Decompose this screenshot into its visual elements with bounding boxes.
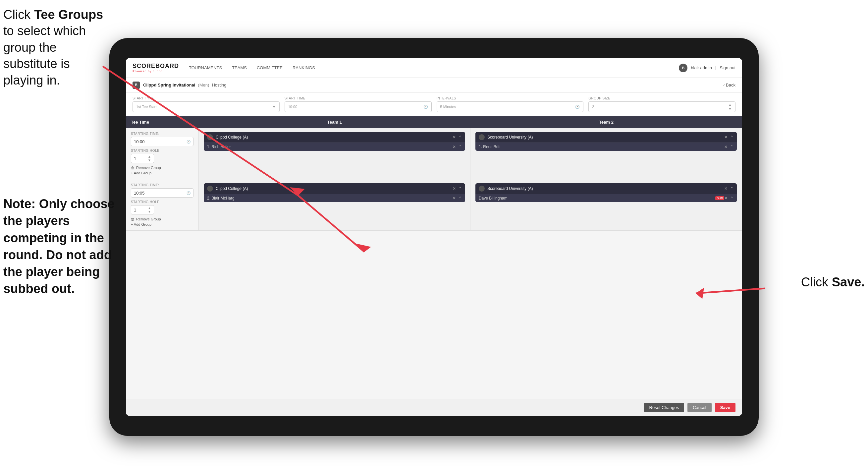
annotation-save-bold: Save. bbox=[832, 275, 865, 289]
team-icon-4 bbox=[479, 185, 485, 192]
starting-hole-input-1[interactable]: 1 ▲▼ bbox=[131, 154, 154, 163]
team-card-actions: ✕ ⌃ bbox=[453, 135, 462, 140]
close-icon[interactable]: ✕ bbox=[453, 135, 456, 140]
player-expand-icon-4[interactable]: ⌃ bbox=[730, 196, 734, 201]
avatar: B bbox=[679, 64, 687, 72]
add-group-button-2[interactable]: + Add Group bbox=[131, 223, 193, 226]
player-row-4: Dave Billingham SUB ✕ ⌃ bbox=[475, 194, 737, 202]
starting-time-input-2[interactable]: 10:05 🕐 bbox=[131, 188, 193, 198]
hosting-label: Hosting bbox=[212, 83, 226, 88]
player-expand-icon-2[interactable]: ⌃ bbox=[730, 145, 734, 149]
annotation-top: Click Tee Groups to select which group t… bbox=[3, 7, 106, 88]
nav-right: B blair admin | Sign out bbox=[679, 64, 736, 72]
expand-icon-4[interactable]: ⌃ bbox=[730, 186, 734, 191]
back-button[interactable]: ‹ Back bbox=[723, 83, 736, 88]
team-card-4[interactable]: Scoreboard University (A) ✕ ⌃ Dave Billi… bbox=[475, 183, 737, 202]
close-icon-2[interactable]: ✕ bbox=[724, 135, 727, 140]
expand-icon-2[interactable]: ⌃ bbox=[730, 135, 734, 140]
starting-time-value-1: 10:00 bbox=[134, 139, 145, 144]
nav-tournaments[interactable]: TOURNAMENTS bbox=[189, 65, 222, 70]
team1-cell-1: Clippd College (A) ✕ ⌃ 1. Rich Butler ✕ bbox=[199, 128, 470, 179]
group-size-input[interactable]: 2 ▲▼ bbox=[588, 101, 736, 112]
team-card-header-4: Scoreboard University (A) ✕ ⌃ bbox=[475, 183, 737, 194]
team-card-header-3: Clippd College (A) ✕ ⌃ bbox=[204, 183, 465, 194]
nav-links: TOURNAMENTS TEAMS COMMITTEE RANKINGS bbox=[189, 65, 679, 70]
tournament-title: Clippd Spring Invitational bbox=[143, 83, 195, 88]
starting-time-input-1[interactable]: 10:00 🕐 bbox=[131, 137, 193, 146]
intervals-input[interactable]: 5 Minutes 🕐 bbox=[437, 101, 584, 112]
reset-changes-button[interactable]: Reset Changes bbox=[644, 403, 684, 412]
team-name: Clippd College (A) bbox=[216, 135, 450, 140]
col-team2: Team 2 bbox=[470, 116, 742, 128]
starting-hole-label-1: STARTING HOLE: bbox=[131, 149, 193, 152]
starting-hole-value-2: 1 bbox=[134, 207, 136, 212]
player-actions-2: ✕ ⌃ bbox=[724, 145, 734, 149]
player-close-icon[interactable]: ✕ bbox=[453, 145, 456, 149]
main-content: Start Type 1st Tee Start ▼ Start Time 10… bbox=[126, 92, 742, 399]
expand-icon-3[interactable]: ⌃ bbox=[459, 186, 462, 191]
stepper-icon: ▲▼ bbox=[728, 103, 732, 111]
cancel-button[interactable]: Cancel bbox=[687, 403, 711, 412]
breadcrumb: B Clippd Spring Invitational (Men) Hosti… bbox=[126, 78, 742, 92]
signout-link[interactable]: Sign out bbox=[720, 65, 736, 70]
nav-committee[interactable]: COMMITTEE bbox=[257, 65, 283, 70]
player-actions-4: ✕ ⌃ bbox=[724, 196, 734, 201]
starting-time-label-2: STARTING TIME: bbox=[131, 183, 193, 187]
nav-rankings[interactable]: RANKINGS bbox=[292, 65, 315, 70]
team-name-4: Scoreboard University (A) bbox=[487, 186, 721, 191]
start-type-input[interactable]: 1st Tee Start ▼ bbox=[132, 101, 280, 112]
intervals-value: 5 Minutes bbox=[440, 105, 456, 109]
chevron-icon: ▼ bbox=[272, 105, 276, 109]
starting-hole-input-2[interactable]: 1 ▲▼ bbox=[131, 205, 154, 214]
player-close-icon-2[interactable]: ✕ bbox=[724, 145, 727, 149]
trash-icon-2: 🗑 bbox=[131, 217, 134, 221]
close-icon-3[interactable]: ✕ bbox=[453, 186, 456, 191]
table-header: Tee Time Team 1 Team 2 bbox=[126, 116, 742, 128]
group-2-sidebar: STARTING TIME: 10:05 🕐 STARTING HOLE: 1 … bbox=[126, 179, 199, 230]
annotation-teegroups-bold: Tee Groups bbox=[34, 8, 103, 22]
start-type-value: 1st Tee Start bbox=[136, 105, 157, 109]
intervals-field: Intervals 5 Minutes 🕐 bbox=[437, 96, 584, 112]
group-size-label: Group Size bbox=[588, 96, 736, 100]
starting-time-value-2: 10:05 bbox=[134, 191, 145, 196]
team-card-header-2: Scoreboard University (A) ✕ ⌃ bbox=[475, 132, 737, 143]
remove-group-label-2: Remove Group bbox=[136, 217, 161, 221]
remove-group-button-2[interactable]: 🗑 Remove Group bbox=[131, 217, 193, 221]
clock-icon-3: 🕐 bbox=[187, 140, 190, 144]
player-expand-icon[interactable]: ⌃ bbox=[459, 145, 462, 149]
nav-teams[interactable]: TEAMS bbox=[232, 65, 247, 70]
team-card-3[interactable]: Clippd College (A) ✕ ⌃ 2. Blair McHarg ✕ bbox=[204, 183, 465, 202]
player-expand-icon-3[interactable]: ⌃ bbox=[459, 196, 462, 201]
hole-stepper-2: ▲▼ bbox=[148, 206, 151, 213]
remove-group-label-1: Remove Group bbox=[136, 166, 161, 170]
close-icon-4[interactable]: ✕ bbox=[724, 186, 727, 191]
logo-text: SCOREBOARD bbox=[132, 63, 179, 69]
expand-icon[interactable]: ⌃ bbox=[459, 135, 462, 140]
player-close-icon-4[interactable]: ✕ bbox=[724, 196, 727, 201]
group-size-field: Group Size 2 ▲▼ bbox=[588, 96, 736, 112]
table-row: STARTING TIME: 10:00 🕐 STARTING HOLE: 1 … bbox=[126, 128, 742, 179]
add-group-button-1[interactable]: + Add Group bbox=[131, 171, 193, 175]
team-card-actions-4: ✕ ⌃ bbox=[724, 186, 734, 191]
annotation-bottom: Note: Only choose the players competing … bbox=[3, 196, 116, 298]
team-card-2[interactable]: Scoreboard University (A) ✕ ⌃ 1. Rees Br… bbox=[475, 132, 737, 151]
starting-hole-label-2: STARTING HOLE: bbox=[131, 200, 193, 204]
add-group-label-1: + Add Group bbox=[131, 171, 151, 175]
nav-logo: SCOREBOARD Powered by clippd bbox=[132, 63, 179, 73]
save-button[interactable]: Save bbox=[715, 403, 736, 412]
player-close-icon-3[interactable]: ✕ bbox=[453, 196, 456, 201]
remove-group-button-1[interactable]: 🗑 Remove Group bbox=[131, 166, 193, 170]
start-time-input[interactable]: 10:00 🕐 bbox=[285, 101, 432, 112]
team2-cell-2: Scoreboard University (A) ✕ ⌃ Dave Billi… bbox=[470, 179, 742, 230]
user-name: blair admin bbox=[691, 65, 712, 70]
team1-cell-2: Clippd College (A) ✕ ⌃ 2. Blair McHarg ✕ bbox=[199, 179, 470, 230]
team-card[interactable]: Clippd College (A) ✕ ⌃ 1. Rich Butler ✕ bbox=[204, 132, 465, 151]
starting-time-label-1: STARTING TIME: bbox=[131, 132, 193, 136]
annotation-right: Click Save. bbox=[801, 275, 865, 289]
bottom-bar: Reset Changes Cancel Save bbox=[126, 399, 742, 416]
logo-sub: Powered by clippd bbox=[132, 69, 179, 73]
group-1-sidebar: STARTING TIME: 10:00 🕐 STARTING HOLE: 1 … bbox=[126, 128, 199, 179]
nav-bar: SCOREBOARD Powered by clippd TOURNAMENTS… bbox=[126, 58, 742, 78]
team-card-actions-2: ✕ ⌃ bbox=[724, 135, 734, 140]
player-row-3: 2. Blair McHarg ✕ ⌃ bbox=[204, 194, 465, 202]
